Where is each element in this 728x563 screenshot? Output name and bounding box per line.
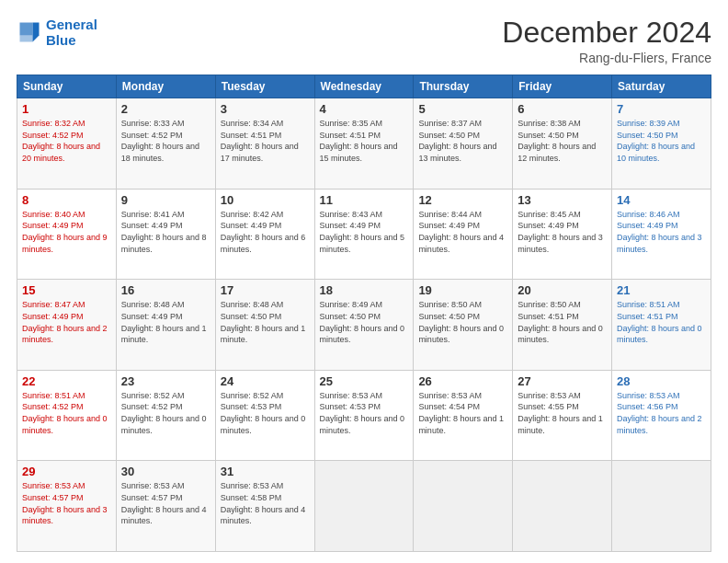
daylight: Daylight: 8 hours and 3 minutes. bbox=[22, 505, 108, 526]
table-row: 21 Sunrise: 8:51 AM Sunset: 4:51 PM Dayl… bbox=[612, 280, 711, 371]
sunrise: Sunrise: 8:48 AM bbox=[221, 300, 284, 309]
sunrise: Sunrise: 8:53 AM bbox=[221, 481, 284, 490]
sunset: Sunset: 4:49 PM bbox=[617, 221, 678, 230]
sunrise: Sunrise: 8:48 AM bbox=[121, 300, 185, 309]
daylight: Daylight: 8 hours and 1 minute. bbox=[418, 414, 504, 435]
day-info: Sunrise: 8:48 AM Sunset: 4:50 PM Dayligh… bbox=[221, 299, 310, 345]
day-number: 7 bbox=[617, 102, 706, 116]
table-row: 18 Sunrise: 8:49 AM Sunset: 4:50 PM Dayl… bbox=[314, 280, 414, 371]
sunset: Sunset: 4:49 PM bbox=[320, 221, 381, 230]
day-info: Sunrise: 8:41 AM Sunset: 4:49 PM Dayligh… bbox=[121, 209, 210, 255]
day-info: Sunrise: 8:52 AM Sunset: 4:52 PM Dayligh… bbox=[121, 390, 210, 436]
day-number: 4 bbox=[320, 102, 409, 116]
table-row bbox=[314, 461, 414, 552]
day-number: 8 bbox=[22, 193, 111, 207]
table-row: 9 Sunrise: 8:41 AM Sunset: 4:49 PM Dayli… bbox=[116, 189, 215, 280]
sunrise: Sunrise: 8:51 AM bbox=[22, 391, 85, 400]
sunset: Sunset: 4:50 PM bbox=[518, 131, 579, 140]
daylight: Daylight: 8 hours and 9 minutes. bbox=[22, 233, 108, 254]
daylight: Daylight: 8 hours and 3 minutes. bbox=[518, 233, 603, 254]
sunrise: Sunrise: 8:53 AM bbox=[121, 481, 185, 490]
table-row: 27 Sunrise: 8:53 AM Sunset: 4:55 PM Dayl… bbox=[513, 370, 612, 461]
day-info: Sunrise: 8:53 AM Sunset: 4:54 PM Dayligh… bbox=[418, 390, 507, 436]
col-monday: Monday bbox=[116, 75, 215, 98]
day-info: Sunrise: 8:53 AM Sunset: 4:56 PM Dayligh… bbox=[617, 390, 706, 436]
day-number: 23 bbox=[121, 374, 210, 388]
svg-marker-0 bbox=[33, 23, 40, 42]
sunset: Sunset: 4:51 PM bbox=[221, 131, 282, 140]
table-row: 12 Sunrise: 8:44 AM Sunset: 4:49 PM Dayl… bbox=[414, 189, 513, 280]
day-number: 28 bbox=[617, 374, 706, 388]
day-info: Sunrise: 8:51 AM Sunset: 4:52 PM Dayligh… bbox=[22, 390, 111, 436]
day-number: 5 bbox=[418, 102, 507, 116]
calendar-header: Sunday Monday Tuesday Wednesday Thursday… bbox=[17, 75, 711, 98]
sunset: Sunset: 4:52 PM bbox=[121, 131, 183, 140]
logo-text: General Blue bbox=[46, 17, 97, 49]
sunset: Sunset: 4:50 PM bbox=[320, 312, 381, 321]
col-wednesday: Wednesday bbox=[314, 75, 414, 98]
daylight: Daylight: 8 hours and 0 minutes. bbox=[320, 324, 405, 345]
sunset: Sunset: 4:58 PM bbox=[221, 493, 282, 502]
table-row: 31 Sunrise: 8:53 AM Sunset: 4:58 PM Dayl… bbox=[215, 461, 314, 552]
sunrise: Sunrise: 8:37 AM bbox=[418, 119, 482, 128]
day-number: 15 bbox=[22, 283, 111, 297]
header: General Blue December 2024 Rang-du-Flier… bbox=[17, 17, 711, 65]
day-number: 19 bbox=[418, 283, 507, 297]
day-number: 24 bbox=[221, 374, 310, 388]
sunset: Sunset: 4:51 PM bbox=[320, 131, 381, 140]
day-number: 11 bbox=[320, 193, 409, 207]
day-info: Sunrise: 8:45 AM Sunset: 4:49 PM Dayligh… bbox=[518, 209, 607, 255]
day-number: 30 bbox=[121, 465, 210, 478]
day-info: Sunrise: 8:33 AM Sunset: 4:52 PM Dayligh… bbox=[121, 118, 210, 164]
sunset: Sunset: 4:49 PM bbox=[221, 221, 282, 230]
day-number: 21 bbox=[617, 283, 706, 297]
sunset: Sunset: 4:51 PM bbox=[518, 312, 579, 321]
daylight: Daylight: 8 hours and 17 minutes. bbox=[221, 142, 299, 163]
sunrise: Sunrise: 8:40 AM bbox=[22, 210, 85, 219]
day-number: 9 bbox=[121, 193, 210, 207]
col-sunday: Sunday bbox=[17, 75, 117, 98]
day-info: Sunrise: 8:53 AM Sunset: 4:58 PM Dayligh… bbox=[221, 480, 310, 526]
daylight: Daylight: 8 hours and 0 minutes. bbox=[320, 414, 405, 435]
sunset: Sunset: 4:49 PM bbox=[121, 312, 183, 321]
day-number: 14 bbox=[617, 193, 706, 207]
sunrise: Sunrise: 8:35 AM bbox=[320, 119, 383, 128]
sunrise: Sunrise: 8:32 AM bbox=[22, 119, 85, 128]
day-number: 29 bbox=[22, 465, 111, 478]
daylight: Daylight: 8 hours and 0 minutes. bbox=[518, 324, 603, 345]
sunrise: Sunrise: 8:33 AM bbox=[121, 119, 185, 128]
day-info: Sunrise: 8:43 AM Sunset: 4:49 PM Dayligh… bbox=[320, 209, 409, 255]
sunset: Sunset: 4:49 PM bbox=[121, 221, 183, 230]
sunrise: Sunrise: 8:34 AM bbox=[221, 119, 284, 128]
sunset: Sunset: 4:50 PM bbox=[221, 312, 282, 321]
sunset: Sunset: 4:52 PM bbox=[22, 402, 84, 411]
day-info: Sunrise: 8:39 AM Sunset: 4:50 PM Dayligh… bbox=[617, 118, 706, 164]
daylight: Daylight: 8 hours and 1 minute. bbox=[518, 414, 603, 435]
sunrise: Sunrise: 8:52 AM bbox=[221, 391, 284, 400]
svg-marker-1 bbox=[20, 23, 33, 36]
daylight: Daylight: 8 hours and 1 minute. bbox=[221, 324, 306, 345]
sunrise: Sunrise: 8:45 AM bbox=[518, 210, 581, 219]
sunset: Sunset: 4:49 PM bbox=[22, 221, 84, 230]
daylight: Daylight: 8 hours and 3 minutes. bbox=[617, 233, 702, 254]
day-info: Sunrise: 8:53 AM Sunset: 4:57 PM Dayligh… bbox=[121, 480, 210, 526]
sunrise: Sunrise: 8:46 AM bbox=[617, 210, 680, 219]
daylight: Daylight: 8 hours and 2 minutes. bbox=[22, 324, 108, 345]
day-info: Sunrise: 8:32 AM Sunset: 4:52 PM Dayligh… bbox=[22, 118, 111, 164]
day-info: Sunrise: 8:37 AM Sunset: 4:50 PM Dayligh… bbox=[418, 118, 507, 164]
table-row: 25 Sunrise: 8:53 AM Sunset: 4:53 PM Dayl… bbox=[314, 370, 414, 461]
logo-icon bbox=[17, 19, 42, 45]
table-row: 28 Sunrise: 8:53 AM Sunset: 4:56 PM Dayl… bbox=[612, 370, 711, 461]
daylight: Daylight: 8 hours and 4 minutes. bbox=[418, 233, 504, 254]
sunset: Sunset: 4:52 PM bbox=[121, 402, 183, 411]
col-thursday: Thursday bbox=[414, 75, 513, 98]
sunset: Sunset: 4:54 PM bbox=[418, 402, 480, 411]
daylight: Daylight: 8 hours and 18 minutes. bbox=[121, 142, 199, 163]
table-row: 8 Sunrise: 8:40 AM Sunset: 4:49 PM Dayli… bbox=[17, 189, 117, 280]
day-info: Sunrise: 8:50 AM Sunset: 4:50 PM Dayligh… bbox=[418, 299, 507, 345]
sunrise: Sunrise: 8:53 AM bbox=[418, 391, 482, 400]
table-row: 11 Sunrise: 8:43 AM Sunset: 4:49 PM Dayl… bbox=[314, 189, 414, 280]
day-number: 31 bbox=[221, 465, 310, 478]
daylight: Daylight: 8 hours and 1 minute. bbox=[121, 324, 207, 345]
daylight: Daylight: 8 hours and 20 minutes. bbox=[22, 142, 100, 163]
